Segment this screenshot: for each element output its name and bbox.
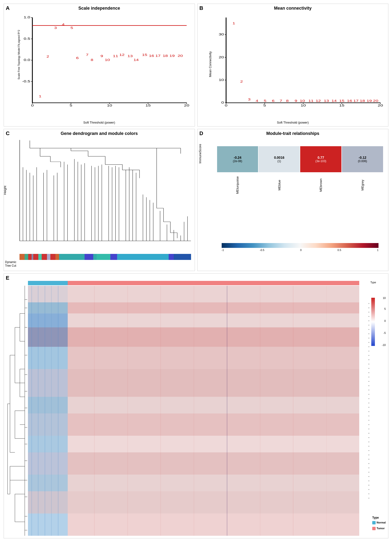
svg-point-277 — [369, 480, 369, 481]
svg-point-268 — [369, 442, 369, 443]
svg-text:11: 11 — [308, 99, 313, 103]
svg-point-256 — [369, 390, 369, 390]
svg-text:4: 4 — [62, 23, 65, 26]
svg-point-253 — [369, 377, 369, 377]
svg-point-244 — [369, 338, 369, 339]
panel-a-title: Scale independence — [78, 6, 120, 11]
svg-text:5: 5 — [264, 99, 266, 103]
panel-b-xaxis-label: Soft Threshold (power) — [277, 121, 309, 124]
svg-point-274 — [369, 468, 369, 469]
svg-rect-178 — [28, 475, 68, 491]
svg-point-276 — [369, 476, 369, 477]
svg-point-269 — [369, 446, 369, 447]
svg-text:0: 0 — [221, 101, 224, 105]
svg-point-258 — [369, 398, 369, 399]
panel-a-xaxis-label: Soft Threshold (power) — [83, 121, 115, 124]
svg-text:20: 20 — [184, 104, 189, 107]
svg-text:14: 14 — [133, 58, 139, 62]
panel-d-colorscale-bar — [222, 243, 379, 248]
svg-point-262 — [369, 416, 369, 416]
panel-a-label: A — [6, 5, 10, 11]
svg-rect-192 — [227, 286, 227, 536]
panel-d-cell-1: 0.0016 (1) — [258, 146, 300, 172]
panel-a: A Scale independence Scale Free Topology… — [4, 4, 195, 126]
svg-point-266 — [369, 433, 369, 434]
svg-point-252 — [369, 372, 369, 373]
svg-point-239 — [369, 316, 369, 317]
svg-point-249 — [369, 359, 369, 360]
svg-rect-183 — [31, 286, 32, 536]
panel-b-chart: 0 10 20 30 0 5 10 15 20 — [213, 15, 385, 114]
svg-text:7: 7 — [86, 53, 89, 57]
svg-text:15: 15 — [339, 104, 344, 107]
svg-point-255 — [369, 385, 369, 386]
svg-text:17: 17 — [353, 99, 359, 103]
svg-rect-186 — [51, 286, 52, 536]
svg-point-250 — [369, 364, 369, 365]
svg-text:-0.5: -0.5 — [22, 79, 30, 83]
svg-text:3: 3 — [248, 98, 250, 101]
panel-d-cell-3: -0.12 (0.006) — [342, 146, 383, 172]
svg-rect-184 — [38, 286, 39, 536]
svg-text:13: 13 — [324, 99, 329, 103]
svg-point-238 — [369, 312, 369, 313]
svg-text:4: 4 — [255, 99, 258, 103]
svg-text:13: 13 — [127, 54, 133, 58]
panel-e-heatmap-svg — [28, 286, 359, 536]
panel-d-heatmap: -0.24 (2e-08) 0.0016 (1) 0.77 (3e-103) -… — [217, 146, 384, 172]
panel-d-label: D — [199, 130, 203, 137]
svg-text:18: 18 — [360, 99, 365, 103]
svg-rect-189 — [127, 286, 128, 536]
svg-rect-161 — [68, 302, 359, 313]
panel-e-right-legend: 10 5 0 -5 -10 — [360, 286, 387, 536]
svg-text:12: 12 — [315, 99, 321, 103]
svg-text:15: 15 — [146, 104, 151, 107]
panel-c-dendrogram: 1.0 0.9 0.8 0.7 0.6 — [20, 140, 191, 249]
panel-b: B Mean connectivity Mean Connectivity 0 … — [197, 4, 389, 126]
svg-text:10: 10 — [107, 104, 112, 107]
bottom-row-container: E Type — [4, 273, 391, 538]
svg-rect-185 — [45, 286, 45, 536]
svg-rect-188 — [94, 286, 94, 536]
svg-text:1: 1 — [39, 95, 41, 98]
svg-rect-174 — [28, 436, 68, 452]
panel-c: C Gene dendrogram and module colors Heig… — [4, 129, 195, 271]
svg-rect-194 — [293, 286, 293, 536]
svg-point-280 — [369, 493, 369, 494]
svg-point-273 — [369, 463, 369, 464]
svg-point-254 — [369, 381, 369, 382]
panel-d-title: Module-trait relationships — [266, 131, 319, 136]
svg-text:0.0: 0.0 — [24, 58, 30, 62]
svg-point-270 — [369, 450, 369, 451]
svg-text:5: 5 — [263, 104, 266, 107]
svg-rect-171 — [68, 397, 359, 413]
svg-point-278 — [369, 485, 369, 486]
svg-rect-181 — [28, 514, 68, 536]
svg-rect-166 — [28, 347, 68, 369]
svg-text:17: 17 — [155, 54, 161, 58]
svg-point-241 — [369, 325, 369, 326]
svg-point-267 — [369, 437, 369, 438]
svg-text:20: 20 — [219, 55, 224, 59]
svg-rect-173 — [28, 414, 68, 436]
panel-d-module-labels: MEturquoise MEblue MEbrown MEgrey — [217, 174, 384, 193]
svg-text:19: 19 — [169, 54, 175, 58]
svg-text:15: 15 — [142, 53, 147, 57]
svg-text:14: 14 — [331, 99, 337, 103]
panel-b-title: Mean connectivity — [274, 6, 312, 11]
svg-point-240 — [369, 320, 369, 321]
svg-rect-190 — [160, 286, 161, 536]
svg-point-264 — [369, 424, 369, 425]
svg-text:10: 10 — [300, 99, 305, 103]
svg-point-236 — [369, 303, 369, 304]
panel-c-colorbar — [20, 254, 191, 260]
svg-rect-162 — [28, 313, 68, 327]
svg-text:19: 19 — [366, 99, 372, 103]
svg-text:8: 8 — [286, 99, 289, 103]
main-container: A Scale independence Scale Free Topology… — [0, 0, 392, 542]
panel-c-title: Gene dendrogram and module colors — [61, 131, 138, 136]
svg-text:3: 3 — [54, 26, 57, 30]
svg-rect-182 — [68, 514, 359, 536]
svg-point-260 — [369, 407, 369, 408]
svg-text:15: 15 — [339, 99, 344, 103]
